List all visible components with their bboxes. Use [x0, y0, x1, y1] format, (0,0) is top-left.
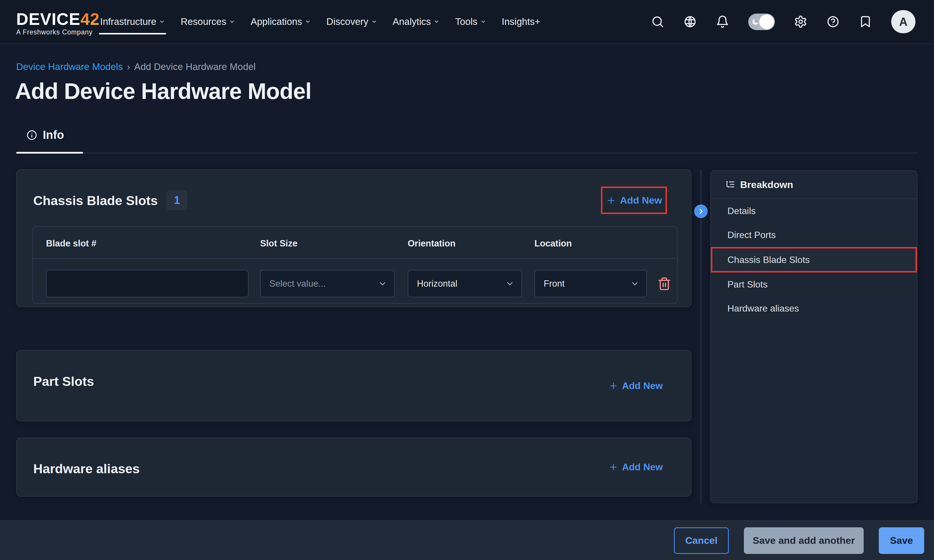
- breakdown-item-chassis-blade-slots[interactable]: Chassis Blade Slots: [711, 247, 917, 272]
- content-sidebar-divider: [700, 169, 702, 503]
- brand-wordmark: DEVICE42: [16, 11, 100, 28]
- help-icon[interactable]: [826, 15, 840, 28]
- slot-size-placeholder: Select value...: [269, 278, 326, 289]
- plus-icon: [608, 462, 618, 472]
- nav-analytics-label: Analytics: [392, 16, 431, 27]
- main-menu: Infrastructure Resources Applications Di…: [100, 0, 540, 43]
- tab-info-label: Info: [43, 128, 64, 142]
- chevron-down-icon: [371, 19, 377, 25]
- column-slot-size: Slot Size: [260, 238, 297, 249]
- nav-tools[interactable]: Tools: [455, 0, 486, 43]
- chassis-section-title: Chassis Blade Slots: [33, 193, 158, 208]
- part-slots-title: Part Slots: [33, 374, 94, 389]
- hardware-aliases-add-new-label: Add New: [622, 462, 663, 473]
- slot-size-select[interactable]: Select value...: [260, 270, 395, 297]
- nav-discovery[interactable]: Discovery: [326, 0, 377, 43]
- moon-icon: [751, 17, 760, 26]
- chassis-count-badge: 1: [166, 190, 188, 210]
- collapse-sidebar-button[interactable]: [694, 205, 708, 218]
- part-slots-add-new-label: Add New: [622, 380, 663, 391]
- column-blade-slot: Blade slot #: [46, 238, 96, 249]
- chassis-blade-slots-card: Chassis Blade Slots 1 Add New Blade slot…: [16, 169, 691, 307]
- chevron-down-icon: [434, 19, 440, 25]
- search-icon[interactable]: [651, 15, 664, 28]
- info-icon: [26, 129, 38, 141]
- chassis-slots-table: Blade slot # Slot Size Orientation Locat…: [32, 226, 678, 304]
- action-footer: Cancel Save and add another Save: [0, 520, 934, 560]
- part-slots-card: Part Slots Add New: [16, 350, 691, 422]
- chassis-table-header: Blade slot # Slot Size Orientation Locat…: [33, 227, 677, 259]
- brand-tagline: A Freshworks Company: [16, 28, 100, 36]
- chevron-down-icon: [305, 19, 311, 25]
- tabs-divider: [16, 153, 918, 153]
- brand-device-text: DEVICE: [16, 9, 80, 28]
- toggle-knob: [759, 14, 774, 29]
- location-select[interactable]: Front: [534, 270, 647, 297]
- nav-insights-label: Insights+: [502, 16, 540, 27]
- location-value: Front: [544, 278, 565, 289]
- navbar-actions: A: [651, 0, 916, 43]
- cancel-button[interactable]: Cancel: [674, 527, 729, 554]
- brand-logo[interactable]: DEVICE42 A Freshworks Company: [16, 11, 100, 36]
- nav-insights[interactable]: Insights+: [502, 0, 540, 43]
- delete-row-button[interactable]: [657, 276, 672, 292]
- blade-slot-input[interactable]: [46, 270, 249, 297]
- nav-tools-label: Tools: [455, 16, 477, 27]
- plus-icon: [606, 195, 616, 206]
- nav-resources[interactable]: Resources: [180, 0, 235, 43]
- save-and-add-another-button[interactable]: Save and add another: [744, 527, 864, 554]
- annotation-box-add-new: Add New: [601, 186, 667, 214]
- save-button[interactable]: Save: [879, 527, 924, 554]
- breadcrumb: Device Hardware Models › Add Device Hard…: [16, 62, 256, 72]
- breakdown-title: Breakdown: [740, 179, 793, 190]
- brand-42-text: 42: [80, 9, 100, 28]
- breakdown-list: Details Direct Ports Chassis Blade Slots…: [711, 199, 917, 320]
- nav-infrastructure-label: Infrastructure: [100, 16, 156, 27]
- nav-resources-label: Resources: [180, 16, 226, 27]
- gear-icon[interactable]: [794, 15, 807, 28]
- breakdown-item-direct-ports[interactable]: Direct Ports: [711, 223, 917, 247]
- breadcrumb-separator: ›: [127, 62, 130, 72]
- breadcrumb-link[interactable]: Device Hardware Models: [16, 62, 123, 72]
- hardware-aliases-title: Hardware aliases: [33, 462, 140, 476]
- tab-info[interactable]: Info: [26, 128, 64, 142]
- nav-applications-label: Applications: [251, 16, 302, 27]
- orientation-select[interactable]: Horizontal: [408, 270, 522, 297]
- breakdown-item-part-slots[interactable]: Part Slots: [711, 272, 917, 297]
- nav-analytics[interactable]: Analytics: [392, 0, 440, 43]
- part-slots-add-new-button[interactable]: Add New: [608, 380, 663, 391]
- hardware-aliases-add-new-button[interactable]: Add New: [608, 462, 663, 473]
- column-location: Location: [534, 238, 572, 249]
- chevron-down-icon: [159, 19, 165, 25]
- plus-icon: [608, 381, 618, 391]
- chevron-down-icon: [229, 19, 235, 25]
- breakdown-sidebar: Breakdown Details Direct Ports Chassis B…: [710, 170, 917, 503]
- chassis-add-new-label: Add New: [620, 195, 662, 206]
- theme-toggle[interactable]: [748, 14, 775, 30]
- trash-icon: [657, 276, 671, 291]
- chevron-down-icon: [505, 279, 514, 288]
- nav-applications[interactable]: Applications: [251, 0, 311, 43]
- column-orientation: Orientation: [408, 238, 455, 249]
- chevron-right-icon: [697, 208, 705, 215]
- breakdown-header: Breakdown: [711, 171, 917, 199]
- hardware-aliases-card: Hardware aliases Add New: [16, 437, 691, 497]
- tree-icon: [725, 180, 735, 190]
- chevron-down-icon: [630, 279, 639, 288]
- top-navbar: DEVICE42 A Freshworks Company Infrastruc…: [0, 0, 934, 44]
- globe-icon[interactable]: [683, 15, 697, 28]
- page-title: Add Device Hardware Model: [15, 78, 311, 105]
- nav-infrastructure[interactable]: Infrastructure: [100, 0, 165, 43]
- orientation-value: Horizontal: [417, 278, 457, 289]
- active-tab-underline: [16, 152, 83, 154]
- nav-discovery-label: Discovery: [326, 16, 368, 27]
- bookmark-icon[interactable]: [859, 15, 872, 28]
- chevron-down-icon: [378, 279, 387, 288]
- chevron-down-icon: [480, 19, 486, 25]
- breadcrumb-current: Add Device Hardware Model: [134, 62, 256, 72]
- breakdown-item-hardware-aliases[interactable]: Hardware aliases: [711, 297, 917, 320]
- breakdown-item-details[interactable]: Details: [711, 199, 917, 223]
- user-avatar[interactable]: A: [891, 10, 916, 33]
- bell-icon[interactable]: [716, 15, 729, 28]
- chassis-add-new-button[interactable]: Add New: [606, 195, 662, 206]
